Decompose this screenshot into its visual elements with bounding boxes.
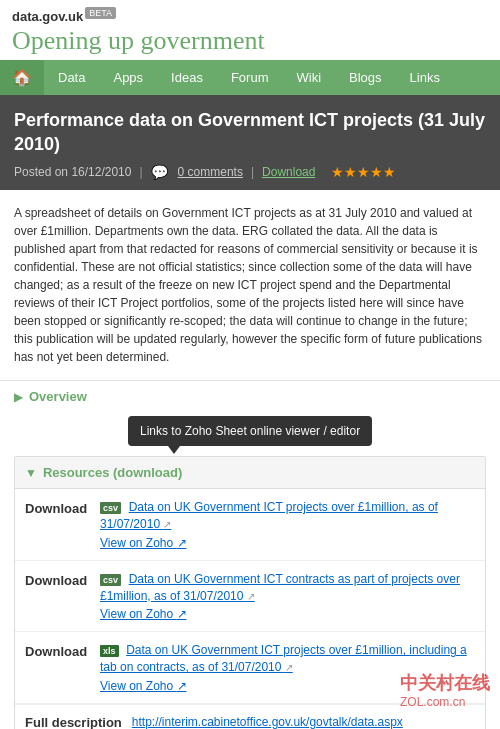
- resource-row: Download xls Data on UK Government ICT p…: [15, 632, 485, 704]
- star-rating[interactable]: ★★★★★: [331, 164, 396, 180]
- view-zoho-1[interactable]: View on Zoho ↗: [100, 536, 475, 550]
- home-icon: 🏠: [12, 69, 32, 86]
- resource-link-1[interactable]: Data on UK Government ICT projects over …: [100, 500, 438, 531]
- tooltip-callout: Links to Zoho Sheet online viewer / edit…: [28, 412, 472, 446]
- resource-content: csv Data on UK Government ICT contracts …: [100, 571, 475, 622]
- comment-count[interactable]: 0 comments: [178, 165, 243, 179]
- nav-item-data[interactable]: Data: [44, 62, 99, 93]
- nav-item-blogs[interactable]: Blogs: [335, 62, 396, 93]
- full-description-row: Full description http://interim.cabineto…: [15, 704, 485, 729]
- nav-item-ideas[interactable]: Ideas: [157, 62, 217, 93]
- resource-label: Download: [25, 642, 90, 659]
- beta-badge: BETA: [85, 7, 116, 19]
- external-icon: ↗: [163, 519, 171, 530]
- nav-item-wiki[interactable]: Wiki: [282, 62, 335, 93]
- nav-home-button[interactable]: 🏠: [0, 60, 44, 95]
- resource-label: Download: [25, 499, 90, 516]
- external-icon: ↗: [177, 679, 187, 693]
- resources-title: Resources (download): [43, 465, 182, 480]
- nav-item-forum[interactable]: Forum: [217, 62, 283, 93]
- overview-title: Overview: [29, 389, 87, 404]
- resource-content: xls Data on UK Government ICT projects o…: [100, 642, 475, 693]
- sections: ▶ Overview Links to Zoho Sheet online vi…: [0, 381, 500, 729]
- page-title: Performance data on Government ICT proje…: [14, 109, 486, 156]
- resources-arrow: ▼: [25, 466, 37, 480]
- resource-row: Download csv Data on UK Government ICT p…: [15, 489, 485, 561]
- posted-date: Posted on 16/12/2010: [14, 165, 131, 179]
- site-name: data.gov.uk: [12, 9, 83, 24]
- nav-item-apps[interactable]: Apps: [99, 62, 157, 93]
- overview-arrow: ▶: [14, 390, 23, 404]
- tooltip-text: Links to Zoho Sheet online viewer / edit…: [140, 424, 360, 438]
- site-tagline: Opening up government: [12, 26, 488, 56]
- full-description-link[interactable]: http://interim.cabinetoffice.gov.uk/govt…: [132, 715, 403, 729]
- file-badge-csv: csv: [100, 502, 121, 514]
- main-nav: 🏠 Data Apps Ideas Forum Wiki Blogs Links: [0, 60, 500, 95]
- tooltip-box: Links to Zoho Sheet online viewer / edit…: [128, 416, 372, 446]
- external-icon: ↗: [285, 662, 293, 673]
- page-meta: Posted on 16/12/2010 | 💬 0 comments | Do…: [14, 164, 486, 180]
- page-title-area: Performance data on Government ICT proje…: [0, 95, 500, 190]
- view-zoho-2[interactable]: View on Zoho ↗: [100, 607, 475, 621]
- file-badge-csv: csv: [100, 574, 121, 586]
- external-icon: ↗: [177, 607, 187, 621]
- resource-label: Download: [25, 571, 90, 588]
- resource-row: Download csv Data on UK Government ICT c…: [15, 561, 485, 633]
- nav-item-links[interactable]: Links: [396, 62, 454, 93]
- resource-link-3[interactable]: Data on UK Government ICT projects over …: [100, 643, 467, 674]
- external-icon: ↗: [177, 536, 187, 550]
- download-link[interactable]: Download: [262, 165, 315, 179]
- resources-section: ▼ Resources (download) Download csv Data…: [14, 456, 486, 729]
- view-zoho-3[interactable]: View on Zoho ↗: [100, 679, 475, 693]
- comment-icon: 💬: [151, 164, 168, 180]
- external-icon: ↗: [247, 591, 255, 602]
- overview-section-header[interactable]: ▶ Overview: [14, 381, 486, 412]
- file-badge-xls: xls: [100, 645, 119, 657]
- full-description-label: Full description: [25, 715, 122, 729]
- description-text: A spreadsheet of details on Government I…: [14, 204, 486, 366]
- site-header: data.gov.ukBETA Opening up government: [0, 0, 500, 60]
- description-area: A spreadsheet of details on Government I…: [0, 190, 500, 381]
- resources-section-header[interactable]: ▼ Resources (download): [15, 457, 485, 489]
- resource-content: csv Data on UK Government ICT projects o…: [100, 499, 475, 550]
- resource-link-2[interactable]: Data on UK Government ICT contracts as p…: [100, 572, 460, 603]
- tooltip-arrow: [168, 446, 180, 454]
